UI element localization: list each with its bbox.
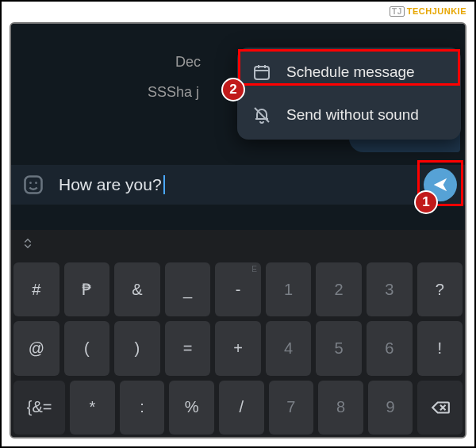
compose-bar: How are you? bbox=[11, 165, 465, 205]
tutorial-frame: TJTECHJUNKIE Dec SSSha j Schedule messag… bbox=[0, 0, 476, 448]
schedule-message-label: Schedule message bbox=[286, 63, 415, 81]
key-5[interactable]: 5 bbox=[316, 321, 362, 375]
svg-rect-1 bbox=[25, 177, 42, 193]
key-([interactable]: ( bbox=[64, 321, 110, 375]
key-@[interactable]: @ bbox=[13, 321, 60, 375]
message-input-text: How are you? bbox=[59, 175, 162, 194]
message-input[interactable]: How are you? bbox=[59, 175, 424, 194]
keyboard: #₱&_-E123?@()=+456!{&=*:%/789 bbox=[11, 230, 465, 437]
backspace-key[interactable] bbox=[417, 381, 463, 435]
key-7[interactable]: 7 bbox=[269, 381, 314, 435]
chat-area: Dec SSSha j Schedule message Send withou… bbox=[11, 24, 465, 230]
keyboard-rows: #₱&_-E123?@()=+456!{&=*:%/789 bbox=[11, 260, 465, 437]
keyboard-expand-icon[interactable] bbox=[21, 236, 35, 254]
key-&[interactable]: & bbox=[114, 262, 160, 316]
key-)[interactable]: ) bbox=[114, 321, 160, 375]
sticker-icon[interactable] bbox=[19, 170, 48, 199]
key-₱[interactable]: ₱ bbox=[64, 262, 110, 316]
keyboard-row: @()=+456! bbox=[13, 321, 463, 375]
key-superscript: E bbox=[251, 265, 257, 274]
system-message-fragment: SSSha j bbox=[148, 84, 199, 101]
key-/[interactable]: / bbox=[219, 381, 264, 435]
phone-screen: Dec SSSha j Schedule message Send withou… bbox=[10, 22, 466, 438]
key-+[interactable]: + bbox=[215, 321, 261, 375]
bell-off-icon bbox=[251, 105, 272, 125]
svg-rect-0 bbox=[255, 67, 269, 79]
text-cursor bbox=[163, 175, 165, 194]
key-%[interactable]: % bbox=[169, 381, 214, 435]
callout-badge-1: 1 bbox=[414, 190, 438, 214]
key-3[interactable]: 3 bbox=[367, 262, 413, 316]
key-6[interactable]: 6 bbox=[367, 321, 413, 375]
svg-point-3 bbox=[35, 182, 37, 184]
key-![interactable]: ! bbox=[417, 321, 463, 375]
keyboard-toolbar bbox=[11, 230, 465, 260]
key--[interactable]: -E bbox=[215, 262, 261, 316]
context-menu: Schedule message Send without sound bbox=[237, 48, 461, 140]
key-:[interactable]: : bbox=[120, 381, 165, 435]
key-2[interactable]: 2 bbox=[316, 262, 362, 316]
key-1[interactable]: 1 bbox=[266, 262, 312, 316]
send-without-sound-label: Send without sound bbox=[286, 106, 419, 124]
symbols-mode-key[interactable]: {&= bbox=[13, 381, 65, 435]
watermark-logo-icon: TJ bbox=[390, 6, 405, 17]
key-?[interactable]: ? bbox=[417, 262, 463, 316]
key-8[interactable]: 8 bbox=[318, 381, 363, 435]
keyboard-row: {&=*:%/789 bbox=[13, 381, 463, 435]
watermark: TJTECHJUNKIE bbox=[390, 6, 466, 17]
key-_[interactable]: _ bbox=[165, 262, 211, 316]
key-9[interactable]: 9 bbox=[368, 381, 413, 435]
key-4[interactable]: 4 bbox=[266, 321, 312, 375]
send-without-sound-menu-item[interactable]: Send without sound bbox=[237, 94, 461, 136]
svg-point-2 bbox=[29, 182, 32, 184]
key-#[interactable]: # bbox=[13, 262, 60, 316]
key-=[interactable]: = bbox=[165, 321, 211, 375]
key-*[interactable]: * bbox=[70, 381, 115, 435]
callout-badge-2: 2 bbox=[221, 78, 245, 101]
calendar-icon bbox=[251, 62, 272, 82]
schedule-message-menu-item[interactable]: Schedule message bbox=[237, 51, 461, 94]
keyboard-row: #₱&_-E123? bbox=[13, 262, 463, 316]
date-chip: Dec bbox=[175, 54, 201, 71]
